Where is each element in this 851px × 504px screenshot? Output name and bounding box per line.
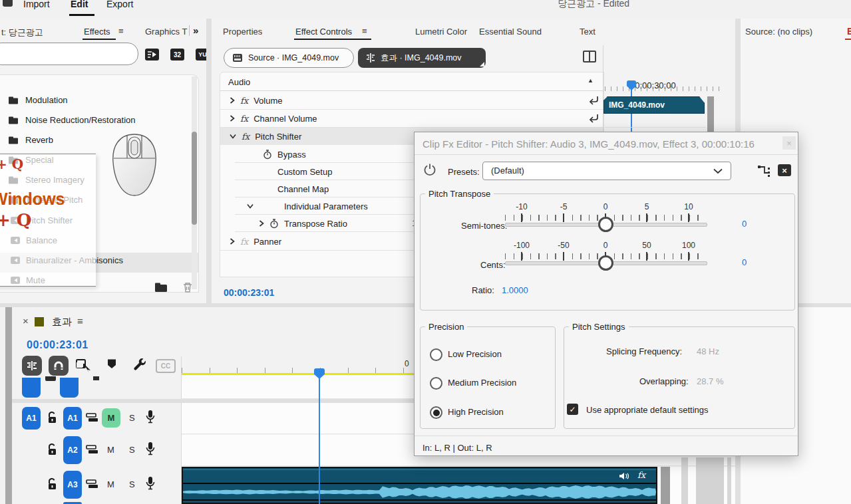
a1-track-badge[interactable]: A1 <box>63 407 82 430</box>
mini-clip[interactable]: IMG_4049.mov <box>603 96 705 114</box>
delete-effect-icon[interactable]: × <box>778 164 791 176</box>
semitones-slider-knob[interactable] <box>598 217 613 232</box>
close-icon: × <box>786 138 792 148</box>
tab-project[interactable]: t: 당근광고 <box>1 27 43 39</box>
captions-button[interactable]: CC <box>156 359 176 373</box>
tab-effects[interactable]: Effects <box>84 27 110 37</box>
radio-medium-precision[interactable] <box>430 377 442 390</box>
scrollbar-thumb[interactable] <box>192 132 197 225</box>
linked-selection-icon[interactable] <box>75 357 92 377</box>
video-track-badge[interactable] <box>60 378 79 398</box>
chevron-right-icon[interactable] <box>230 97 235 104</box>
panel-edge-rail[interactable] <box>5 307 12 504</box>
clip-tab-sequence[interactable]: 효과 · IMG_4049.mov <box>358 48 486 68</box>
a3-patch-icon[interactable] <box>86 479 99 489</box>
tab-source-monitor[interactable]: Source: (no clips) <box>745 27 812 37</box>
chevron-right-icon[interactable] <box>230 238 235 245</box>
row-volume[interactable]: fx Volume <box>230 92 602 109</box>
a1-source-badge[interactable]: A1 <box>22 407 41 430</box>
a3-audio-clip[interactable]: fx <box>182 467 657 504</box>
a1-patch-icon[interactable] <box>86 412 99 423</box>
playhead-line[interactable] <box>319 372 320 504</box>
accelerated-effects-badge-icon[interactable] <box>145 49 159 61</box>
effects-search-input[interactable] <box>0 43 138 65</box>
a2-solo-button[interactable]: S <box>129 445 135 455</box>
list-item-noise-reduction[interactable]: Noise Reduction/Restoration <box>8 115 135 125</box>
radio-high-precision-label[interactable]: High Precision <box>448 407 504 417</box>
folder-icon <box>8 116 19 124</box>
channel-map-icon[interactable] <box>757 165 772 180</box>
timeline-menu-icon[interactable]: ≡ <box>77 315 83 326</box>
menu-import[interactable]: Import <box>23 0 50 9</box>
tab-properties[interactable]: Properties <box>223 27 262 37</box>
yuv-badge-icon[interactable]: YU <box>196 49 206 61</box>
list-item-modulation[interactable]: Modulation <box>8 95 68 105</box>
a2-patch-icon[interactable] <box>86 444 99 455</box>
timeline-tab-label[interactable]: 효과 <box>52 316 72 328</box>
panel-overflow-icon[interactable]: » <box>193 25 198 36</box>
effects-list-scrollbar[interactable] <box>192 76 197 289</box>
presets-dropdown[interactable]: (Default) <box>482 162 731 180</box>
effect-power-icon[interactable] <box>423 163 436 179</box>
effect-controls-menu-icon[interactable]: ≡ <box>362 26 367 36</box>
a2-track-badge[interactable]: A2 <box>63 436 82 464</box>
timeline-settings-wrench-icon[interactable] <box>132 356 148 375</box>
delete-icon[interactable] <box>182 281 193 296</box>
chevron-right-icon[interactable] <box>230 115 235 122</box>
a1-solo-button[interactable]: S <box>129 413 135 423</box>
chevron-right-icon[interactable] <box>259 220 264 227</box>
dialog-close-button[interactable]: × <box>782 136 796 150</box>
tab-graphics[interactable]: Graphics T <box>145 27 187 37</box>
chevron-down-icon[interactable] <box>247 203 254 209</box>
nested-sequence-button[interactable] <box>22 356 42 376</box>
timeline-tab-close-icon[interactable]: × <box>23 315 29 326</box>
menu-edit[interactable]: Edit <box>71 0 88 9</box>
tab-text[interactable]: Text <box>580 27 596 37</box>
default-settings-checkbox-label[interactable]: Use appropriate default settings <box>586 405 709 415</box>
new-bin-icon[interactable] <box>154 282 168 295</box>
tab-lumetri[interactable]: Lumetri Color <box>415 27 467 37</box>
radio-high-precision[interactable] <box>430 406 442 419</box>
a2-record-mic-icon[interactable] <box>145 441 156 456</box>
radio-medium-precision-label[interactable]: Medium Precision <box>448 378 516 388</box>
radio-low-precision-label[interactable]: Low Precision <box>448 349 502 359</box>
semitones-value[interactable]: 0 <box>742 219 747 229</box>
list-item-reverb[interactable]: Reverb <box>8 135 53 145</box>
ratio-value[interactable]: 1.0000 <box>502 285 528 295</box>
timeline-timecode[interactable]: 00:00:23:01 <box>27 339 88 351</box>
split-view-icon[interactable] <box>583 51 596 63</box>
a3-mute-button[interactable]: M <box>107 479 114 489</box>
audio-collapse-icon[interactable]: ▲ <box>588 77 594 84</box>
a2-mute-button[interactable]: M <box>107 445 114 455</box>
a3-solo-button[interactable]: S <box>129 479 135 489</box>
a3-track-badge[interactable]: A3 <box>63 471 82 499</box>
stopwatch-icon[interactable] <box>263 150 272 160</box>
a3-lock-icon[interactable] <box>47 477 58 491</box>
a2-lock-icon[interactable] <box>47 443 58 456</box>
a3-record-mic-icon[interactable] <box>145 476 156 491</box>
effect-controls-timecode[interactable]: 00:00:23:01 <box>224 287 274 298</box>
clip-tab-source[interactable]: Source · IMG_4049.mov <box>224 48 354 68</box>
cents-slider-knob[interactable] <box>598 255 613 271</box>
stopwatch-icon[interactable] <box>269 219 279 229</box>
video-source-badge[interactable] <box>22 378 41 398</box>
snap-button[interactable] <box>49 356 69 376</box>
reset-icon[interactable] <box>588 113 599 123</box>
cents-value[interactable]: 0 <box>742 257 747 267</box>
default-settings-checkbox[interactable]: ✓ <box>567 404 578 415</box>
32bit-badge-icon[interactable]: 32 <box>170 49 184 61</box>
tab-essential-sound[interactable]: Essential Sound <box>479 27 542 37</box>
effects-panel-menu-icon[interactable]: ≡ <box>118 26 124 36</box>
a1-mute-button[interactable]: M <box>102 408 120 428</box>
add-marker-icon[interactable] <box>106 358 117 372</box>
chevron-down-icon[interactable] <box>230 134 236 139</box>
a1-record-mic-icon[interactable] <box>145 410 156 424</box>
menu-export[interactable]: Export <box>106 0 133 9</box>
reset-icon[interactable] <box>588 95 599 105</box>
tab-effect-controls[interactable]: Effect Controls <box>295 27 352 37</box>
row-channel-volume[interactable]: fx Channel Volume <box>230 110 602 127</box>
home-icon[interactable] <box>3 0 13 7</box>
a1-lock-icon[interactable] <box>47 411 58 424</box>
radio-low-precision[interactable] <box>430 348 442 361</box>
timeline-vertical-scrollbar[interactable] <box>661 467 670 504</box>
